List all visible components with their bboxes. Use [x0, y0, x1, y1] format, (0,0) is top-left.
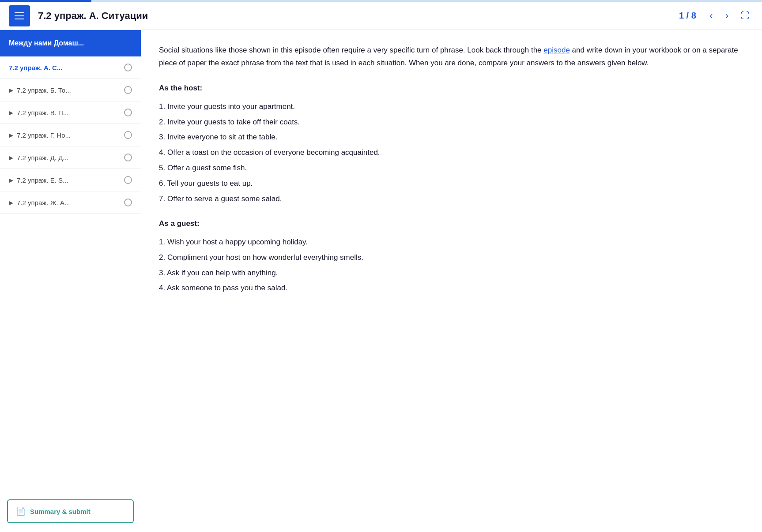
content-intro-before: Social situations like those shown in th…	[159, 46, 543, 54]
sidebar-item-a-circle	[124, 64, 132, 71]
sidebar-item-f-arrow: ▶	[9, 177, 13, 184]
sidebar-item-f-circle	[124, 176, 132, 184]
prev-button[interactable]: ‹	[706, 8, 716, 23]
sidebar-item-b-label: 7.2 упраж. Б. То...	[17, 86, 121, 94]
next-button[interactable]: ›	[722, 8, 732, 23]
sidebar: Между нами Домаш... 7.2 упраж. А. С... ▶…	[0, 30, 141, 532]
sidebar-item-e[interactable]: ▶ 7.2 упраж. Д. Д...	[0, 146, 141, 169]
sidebar-item-f-label: 7.2 упраж. Е. S...	[17, 176, 121, 184]
host-item-2: 2. Invite your guests to take off their …	[159, 115, 744, 130]
sidebar-item-b-arrow: ▶	[9, 87, 13, 94]
header: 7.2 упраж. А. Ситуации 1 / 8 ‹ › ⛶	[0, 2, 762, 30]
menu-icon-line3	[15, 19, 24, 19]
host-item-6: 6. Tell your guests to eat up.	[159, 176, 744, 191]
sidebar-item-f[interactable]: ▶ 7.2 упраж. Е. S...	[0, 169, 141, 191]
page-indicator: 1 / 8	[674, 11, 701, 21]
sidebar-item-g[interactable]: ▶ 7.2 упраж. Ж. А...	[0, 191, 141, 214]
sidebar-item-b-circle	[124, 86, 132, 94]
header-navigation: 1 / 8 ‹ › ⛶	[674, 8, 753, 23]
guest-list: 1. Wish your host a happy upcoming holid…	[159, 235, 744, 296]
host-item-3: 3. Invite everyone to sit at the table.	[159, 130, 744, 145]
host-item-4: 4. Offer a toast on the occasion of ever…	[159, 145, 744, 161]
host-section-title: As the host:	[159, 82, 744, 95]
summary-submit-button[interactable]: 📄 Summary & submit	[7, 499, 134, 523]
menu-icon-line2	[15, 15, 24, 16]
guest-item-3: 3. Ask if you can help with anything.	[159, 266, 744, 281]
summary-label: Summary & submit	[30, 508, 91, 515]
sidebar-item-e-circle	[124, 154, 132, 161]
sidebar-item-g-label: 7.2 упраж. Ж. А...	[17, 199, 121, 206]
sidebar-item-c-circle	[124, 109, 132, 116]
sidebar-item-d-circle	[124, 131, 132, 139]
guest-item-1: 1. Wish your host a happy upcoming holid…	[159, 235, 744, 250]
guest-item-4: 4. Ask someone to pass you the salad.	[159, 281, 744, 296]
sidebar-header-label: Между нами Домаш...	[9, 39, 84, 47]
main-layout: Между нами Домаш... 7.2 упраж. А. С... ▶…	[0, 30, 762, 532]
episode-link[interactable]: episode	[543, 46, 570, 54]
sidebar-item-c-arrow: ▶	[9, 109, 13, 116]
host-list: 1. Invite your guests into your apartmen…	[159, 99, 744, 207]
sidebar-item-a-label: 7.2 упраж. А. С...	[9, 64, 121, 71]
summary-icon: 📄	[16, 506, 26, 516]
main-content: Social situations like those shown in th…	[141, 30, 762, 532]
sidebar-item-b[interactable]: ▶ 7.2 упраж. Б. То...	[0, 79, 141, 101]
sidebar-item-d-label: 7.2 упраж. Г. Но...	[17, 131, 121, 139]
sidebar-header: Между нами Домаш...	[0, 30, 141, 56]
sidebar-item-d-arrow: ▶	[9, 132, 13, 139]
host-item-5: 5. Offer a guest some fish.	[159, 161, 744, 176]
content-intro: Social situations like those shown in th…	[159, 44, 744, 70]
expand-button[interactable]: ⛶	[737, 9, 753, 22]
sidebar-item-e-arrow: ▶	[9, 154, 13, 161]
sidebar-item-d[interactable]: ▶ 7.2 упраж. Г. Но...	[0, 124, 141, 146]
guest-section-title: As a guest:	[159, 217, 744, 230]
sidebar-item-g-circle	[124, 199, 132, 206]
sidebar-item-c-label: 7.2 упраж. В. П...	[17, 109, 121, 116]
sidebar-item-a[interactable]: 7.2 упраж. А. С...	[0, 56, 141, 79]
sidebar-item-e-label: 7.2 упраж. Д. Д...	[17, 154, 121, 161]
sidebar-item-c[interactable]: ▶ 7.2 упраж. В. П...	[0, 101, 141, 124]
menu-icon-line1	[15, 12, 24, 13]
host-item-1: 1. Invite your guests into your apartmen…	[159, 99, 744, 115]
host-item-7: 7. Offer to serve a guest some salad.	[159, 191, 744, 207]
page-title: 7.2 упраж. А. Ситуации	[38, 10, 674, 22]
guest-item-2: 2. Compliment your host on how wonderful…	[159, 250, 744, 266]
menu-button[interactable]	[9, 5, 30, 26]
sidebar-item-g-arrow: ▶	[9, 199, 13, 206]
